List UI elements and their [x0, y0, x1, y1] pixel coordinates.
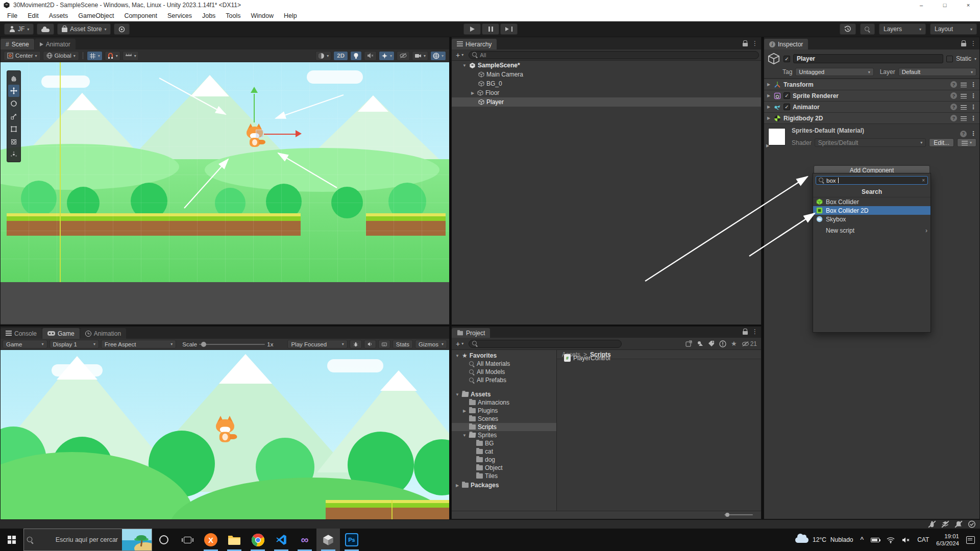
taskbar-file-explorer[interactable] [223, 529, 246, 551]
menu-gameobject[interactable]: GameObject [73, 12, 119, 19]
static-dropdown-caret[interactable]: ▾ [974, 57, 976, 61]
favorites-filter-icon[interactable]: ★ [731, 340, 737, 347]
cortana-button[interactable] [152, 529, 176, 551]
gizmo-center-handle[interactable] [256, 130, 264, 138]
component-enabled-checkbox[interactable]: ✓ [783, 104, 790, 110]
open-in-new-icon[interactable] [685, 340, 692, 347]
static-checkbox[interactable] [946, 56, 953, 62]
presets-icon[interactable] [961, 116, 967, 121]
presets-icon[interactable] [961, 82, 967, 87]
move-tool-button[interactable] [8, 85, 19, 97]
tab-inspector[interactable]: i Inspector [764, 39, 808, 49]
pause-button[interactable] [482, 23, 499, 35]
scene-camera-dropdown[interactable]: ▾ [412, 51, 428, 61]
taskbar-search[interactable]: Escriu aquí per cercar [23, 529, 152, 551]
active-checkbox[interactable]: ✓ [783, 56, 790, 62]
folder-tiles[interactable]: Tiles [452, 472, 556, 480]
folder-dog[interactable]: dog [452, 456, 556, 464]
menu-tools[interactable]: Tools [220, 12, 246, 19]
scale-slider-knob[interactable] [201, 342, 206, 347]
material-foldout-icon[interactable]: ▶ [765, 143, 770, 148]
asset-store-dropdown[interactable]: Asset Store ▾ [57, 23, 111, 35]
menu-assets[interactable]: Assets [44, 12, 74, 19]
gameobject-name-field[interactable] [793, 54, 943, 63]
tab-game[interactable]: Game [42, 328, 80, 339]
play-button[interactable] [463, 23, 481, 35]
hierarchy-row-player[interactable]: Player [452, 97, 761, 107]
foldout-open-icon[interactable]: ▼ [462, 63, 467, 68]
menu-services[interactable]: Services [162, 12, 197, 19]
weather-widget[interactable]: 12°C Nublado [795, 536, 853, 543]
volume-muted-icon[interactable] [902, 537, 910, 543]
scene-viewport[interactable] [1, 62, 449, 324]
component-animator[interactable]: ▶ ✓ Animator ? ⋮ [764, 101, 979, 112]
project-search[interactable] [469, 340, 622, 348]
tab-hierarchy[interactable]: Hierarchy [452, 39, 497, 49]
create-asset-button[interactable]: + ▾ [454, 340, 465, 348]
kebab-menu-icon[interactable]: ⋮ [970, 40, 976, 47]
grid-visibility-button[interactable]: ▾ [87, 51, 103, 61]
notifications-muted-icon[interactable] [954, 520, 963, 528]
hidden-count-button[interactable]: 21 [742, 340, 757, 347]
hierarchy-search[interactable] [469, 51, 759, 59]
transform-tool-button[interactable] [8, 136, 19, 148]
game-audio-toggle[interactable] [364, 340, 376, 348]
thumbnail-zoom-slider[interactable] [724, 514, 753, 515]
orientation-dropdown[interactable]: Global ▾ [43, 51, 79, 61]
taskbar-unity[interactable] [316, 529, 340, 551]
stats-button[interactable]: Stats [393, 340, 413, 348]
project-search-input[interactable] [480, 341, 618, 347]
help-icon[interactable]: ? [960, 131, 967, 137]
asset-playercontrol[interactable]: # PlayerControl [564, 354, 610, 362]
action-center-icon[interactable] [966, 536, 975, 544]
gizmo-x-axis[interactable] [264, 134, 296, 135]
favorites-row[interactable]: ▼ ★ Favorites [452, 352, 556, 360]
layout-dropdown[interactable]: Layout ▾ [930, 23, 977, 35]
tab-animation[interactable]: Animation [80, 328, 126, 339]
popup-item-box-collider[interactable]: Box Collider [813, 197, 930, 206]
status-ok-icon[interactable] [968, 520, 976, 528]
scene-lighting-toggle[interactable] [350, 51, 362, 61]
popup-item-new-script[interactable]: New script › [813, 226, 930, 235]
kebab-menu-icon[interactable]: ⋮ [970, 130, 976, 137]
clear-search-icon[interactable]: × [922, 178, 925, 183]
hierarchy-row-floor[interactable]: ▶ Floor [452, 88, 761, 97]
2d-mode-toggle[interactable]: 2D [333, 51, 348, 61]
frame-debugger-button[interactable] [350, 340, 362, 348]
tab-animator[interactable]: Animator [35, 39, 76, 49]
minimize-button[interactable]: – [910, 0, 933, 10]
fav-all-materials[interactable]: All Materials [452, 360, 556, 368]
snap-increment-button[interactable]: ▾ [122, 51, 139, 61]
label-tag-icon[interactable] [708, 340, 715, 347]
battery-icon[interactable] [871, 538, 879, 542]
scale-tool-button[interactable] [8, 110, 19, 122]
folder-cat[interactable]: cat [452, 447, 556, 456]
help-icon[interactable]: ? [950, 115, 957, 121]
menu-window[interactable]: Window [246, 12, 279, 19]
aspect-ratio-dropdown[interactable]: Free Aspect▾ [101, 340, 176, 348]
component-enabled-checkbox[interactable]: ✓ [783, 92, 790, 99]
lock-icon[interactable] [743, 43, 748, 46]
tab-console[interactable]: Console [1, 328, 42, 339]
shader-dropdown[interactable]: Sprites/Default▾ [815, 138, 926, 147]
popup-item-skybox[interactable]: Skybox [813, 215, 930, 223]
menu-component[interactable]: Component [119, 12, 162, 19]
foldout-closed-icon[interactable]: ▶ [766, 82, 771, 87]
material-swatch[interactable] [768, 128, 786, 145]
material-list-button[interactable]: ▾ [957, 138, 976, 147]
presets-icon[interactable] [961, 105, 967, 110]
folder-object[interactable]: Object [452, 464, 556, 472]
menu-help[interactable]: Help [279, 12, 302, 19]
gizmos-dropdown-scene[interactable]: ▾ [430, 51, 446, 61]
foldout-closed-icon[interactable]: ▶ [766, 116, 771, 120]
tag-dropdown[interactable]: Untagged▾ [795, 68, 873, 76]
snap-settings-button[interactable]: ▾ [105, 51, 120, 61]
step-button[interactable] [500, 23, 518, 35]
foldout-closed-icon[interactable]: ▶ [766, 105, 771, 109]
gizmo-y-axis[interactable] [254, 94, 255, 122]
component-rigidbody2d[interactable]: ▶ Rigidbody 2D ? ⋮ [764, 112, 979, 123]
component-transform[interactable]: ▶ Transform ? ⋮ [764, 79, 979, 90]
create-object-button[interactable]: + ▾ [454, 51, 465, 59]
popup-item-box-collider-2d[interactable]: Box Collider 2D [813, 206, 930, 215]
task-view-button[interactable] [176, 529, 199, 551]
